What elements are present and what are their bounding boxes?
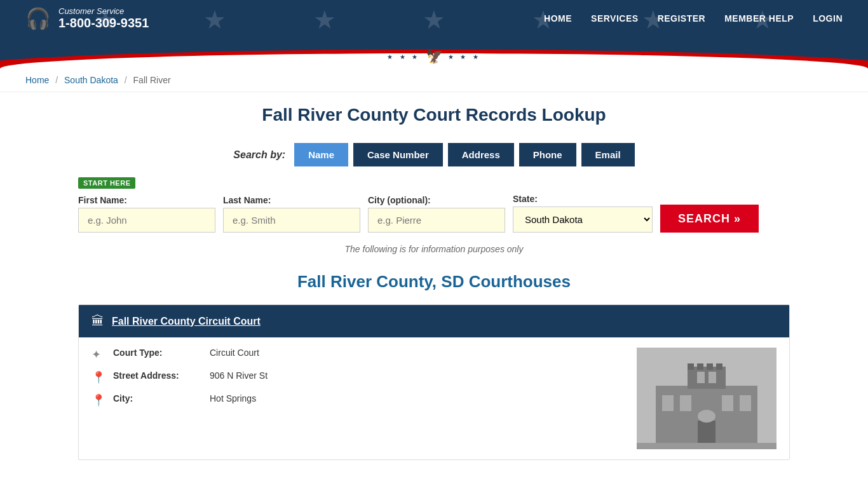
tab-name[interactable]: Name	[294, 143, 348, 166]
svg-rect-4	[697, 363, 703, 370]
tab-address[interactable]: Address	[448, 143, 514, 166]
city-detail-label: City:	[113, 393, 202, 403]
first-name-input[interactable]	[78, 208, 215, 233]
court-type-label: Court Type:	[113, 348, 202, 358]
court-details: ✦ Court Type: Circuit Court 📍 Street Add…	[92, 348, 624, 449]
tab-case-number[interactable]: Case Number	[353, 143, 443, 166]
court-type-value: Circuit Court	[210, 348, 259, 358]
city-group: City (optional):	[368, 195, 505, 233]
site-header: 🎧 Customer Service 1-800-309-9351 ★ ★ ★ …	[0, 0, 868, 69]
svg-rect-7	[697, 372, 705, 383]
last-name-label: Last Name:	[223, 195, 360, 205]
court-card-body: ✦ Court Type: Circuit Court 📍 Street Add…	[79, 337, 789, 459]
stars-left: ★ ★ ★	[387, 53, 421, 60]
header-top: 🎧 Customer Service 1-800-309-9351 ★ ★ ★ …	[0, 0, 868, 37]
first-name-label: First Name:	[78, 195, 215, 205]
eagle-icon: 🦅	[426, 48, 443, 65]
breadcrumb: Home / South Dakota / Fall River	[0, 69, 868, 92]
first-name-group: First Name:	[78, 195, 215, 233]
search-by-label: Search by:	[233, 149, 285, 161]
search-form-container: START HERE First Name: Last Name: City (…	[78, 177, 790, 233]
breadcrumb-state[interactable]: South Dakota	[64, 75, 118, 85]
city-row: 📍 City: Hot Springs	[92, 393, 624, 407]
state-label: State:	[513, 194, 653, 204]
svg-rect-3	[688, 363, 694, 370]
street-address-value: 906 N River St	[210, 370, 268, 381]
search-button[interactable]: SEARCH »	[660, 205, 759, 233]
tab-email[interactable]: Email	[581, 143, 635, 166]
start-here-badge: START HERE	[78, 177, 135, 189]
svg-rect-2	[688, 367, 726, 389]
court-card-header: 🏛 Fall River County Circuit Court	[79, 305, 789, 337]
header-banner: ★ ★ ★ 🦅 ★ ★ ★	[0, 37, 868, 69]
stars-right: ★ ★ ★	[448, 53, 482, 60]
court-name-link[interactable]: Fall River County Circuit Court	[112, 316, 261, 327]
info-note: The following is for information purpose…	[78, 244, 790, 254]
street-address-row: 📍 Street Address: 906 N River St	[92, 370, 624, 384]
svg-rect-6	[716, 363, 722, 370]
breadcrumb-county: Fall River	[133, 75, 171, 85]
svg-rect-13	[698, 421, 715, 443]
svg-rect-10	[680, 395, 691, 411]
svg-rect-12	[740, 395, 751, 411]
city-label: City (optional):	[368, 195, 505, 205]
court-type-icon: ✦	[92, 348, 105, 362]
main-content: Fall River County Court Records Lookup S…	[53, 92, 815, 483]
building-illustration	[637, 348, 776, 449]
svg-rect-8	[709, 372, 716, 383]
courthouses-title: Fall River County, SD Courthouses	[78, 272, 790, 292]
state-select[interactable]: AlabamaAlaskaArizonaArkansasCaliforniaCo…	[513, 207, 653, 233]
map-pin-icon: 📍	[92, 370, 105, 384]
pillar-icon: 🏛	[92, 314, 104, 329]
svg-rect-11	[722, 395, 733, 411]
svg-point-14	[698, 410, 715, 423]
court-image	[637, 348, 776, 449]
svg-rect-5	[707, 363, 713, 370]
svg-rect-15	[637, 443, 776, 449]
search-by-row: Search by: Name Case Number Address Phon…	[78, 143, 790, 166]
city-input[interactable]	[368, 208, 505, 233]
svg-rect-9	[662, 395, 674, 411]
court-type-row: ✦ Court Type: Circuit Court	[92, 348, 624, 362]
court-card: 🏛 Fall River County Circuit Court ✦ Cour…	[78, 304, 790, 460]
search-fields-row: First Name: Last Name: City (optional): …	[78, 194, 790, 233]
city-detail-value: Hot Springs	[210, 393, 256, 403]
last-name-group: Last Name:	[223, 195, 360, 233]
eagle-emblem: ★ ★ ★ 🦅 ★ ★ ★	[387, 48, 481, 65]
last-name-input[interactable]	[223, 208, 360, 233]
state-group: State: AlabamaAlaskaArizonaArkansasCalif…	[513, 194, 653, 233]
tab-phone[interactable]: Phone	[519, 143, 576, 166]
city-icon: 📍	[92, 393, 105, 407]
page-title: Fall River County Court Records Lookup	[78, 105, 790, 125]
breadcrumb-home[interactable]: Home	[25, 75, 49, 85]
street-address-label: Street Address:	[113, 370, 202, 381]
stars-bg: ★ ★ ★ ★ ★ ★ ★	[0, 5, 868, 34]
